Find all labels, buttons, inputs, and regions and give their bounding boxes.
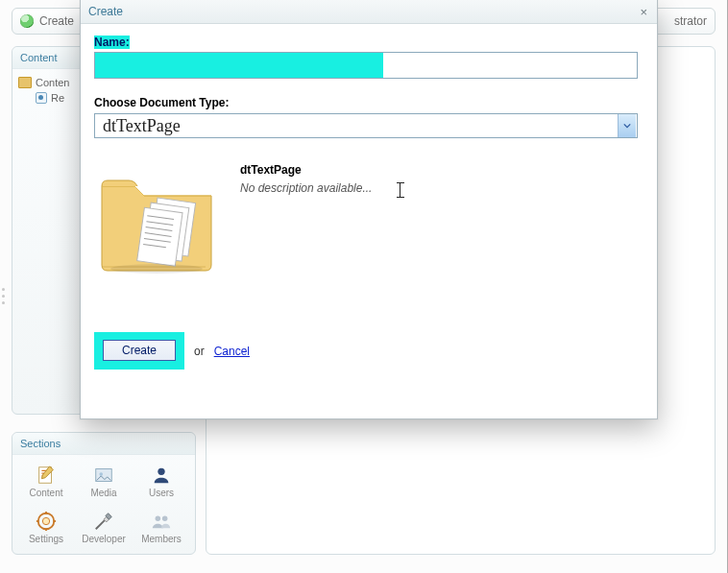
section-label: Content <box>29 488 62 498</box>
document-type-label: Choose Document Type: <box>94 96 643 109</box>
tree-root-label: Conten <box>36 77 69 88</box>
document-type-select[interactable]: dtTextPage <box>94 113 638 138</box>
globe-icon <box>20 14 34 28</box>
svg-point-21 <box>110 264 203 274</box>
node-icon <box>36 92 47 104</box>
section-label: Users <box>149 488 174 498</box>
developer-icon <box>93 511 114 532</box>
svg-point-10 <box>156 515 161 521</box>
name-input[interactable] <box>94 52 638 79</box>
users-icon <box>151 465 172 486</box>
top-toolbar-left-label: Create <box>39 14 74 28</box>
close-icon[interactable]: × <box>638 5 649 19</box>
svg-point-5 <box>42 517 49 524</box>
create-dialog: Create × Name: Choose Document Type: dtT… <box>80 0 658 419</box>
section-label: Developer <box>82 534 126 544</box>
create-button[interactable]: Create <box>103 340 176 361</box>
section-label: Settings <box>29 534 63 544</box>
svg-point-3 <box>158 467 164 474</box>
sections-panel: Sections Content Media Users <box>12 432 196 555</box>
svg-rect-14 <box>137 207 182 266</box>
content-icon <box>36 465 57 486</box>
folder-icon <box>18 77 32 88</box>
resize-grip[interactable] <box>2 288 5 304</box>
section-members[interactable]: Members <box>133 505 189 549</box>
svg-point-11 <box>162 515 168 521</box>
dialog-title: Create <box>88 5 123 18</box>
top-toolbar-right-label: strator <box>674 14 707 28</box>
section-media[interactable]: Media <box>76 459 132 503</box>
text-cursor-icon <box>397 182 404 198</box>
tree-child-label: Re <box>51 92 64 104</box>
settings-icon <box>36 511 57 532</box>
document-type-value: dtTextPage <box>95 116 618 136</box>
dialog-titlebar[interactable]: Create × <box>81 0 657 24</box>
cancel-link[interactable]: Cancel <box>214 345 250 358</box>
document-type-preview-icon <box>94 159 219 275</box>
chevron-down-icon[interactable] <box>618 114 636 137</box>
name-label: Name: <box>94 36 130 49</box>
section-content[interactable]: Content <box>18 459 74 503</box>
section-settings[interactable]: Settings <box>18 505 74 549</box>
section-label: Members <box>141 534 182 544</box>
section-developer[interactable]: Developer <box>76 505 132 549</box>
media-icon <box>93 465 114 486</box>
or-text: or <box>194 345 205 358</box>
preview-subtitle: No description available... <box>240 181 372 195</box>
sections-panel-title: Sections <box>12 433 195 455</box>
section-label: Media <box>90 488 116 498</box>
members-icon <box>151 511 172 532</box>
preview-title: dtTextPage <box>240 163 404 177</box>
section-users[interactable]: Users <box>133 459 189 503</box>
